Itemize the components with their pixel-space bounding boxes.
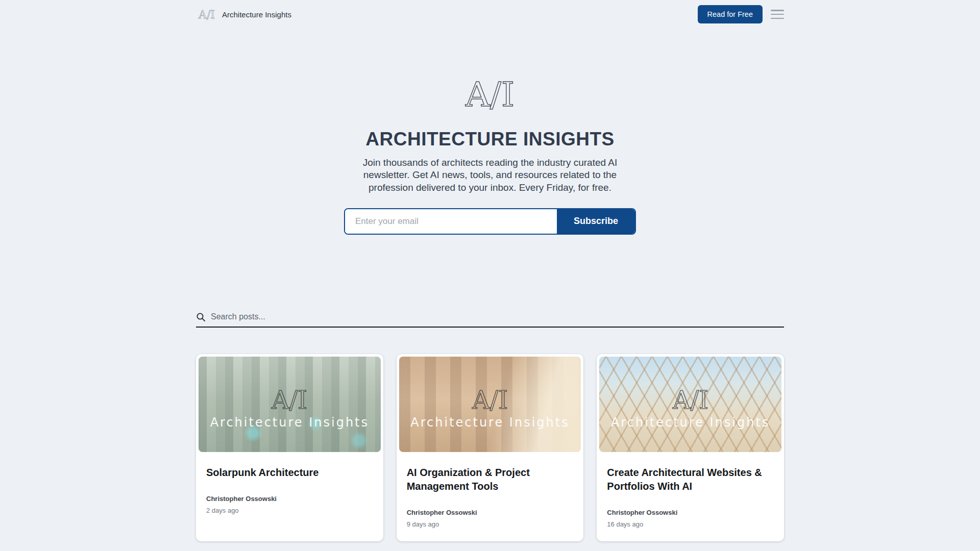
brand-logo-icon: A/I	[196, 8, 217, 21]
svg-text:A/I: A/I	[271, 386, 307, 414]
menu-icon[interactable]	[771, 10, 784, 19]
hero-subtitle: Join thousands of architects reading the…	[342, 157, 638, 194]
image-watermark: A/I Architecture Insights	[199, 357, 381, 452]
post-author: Christopher Ossowski	[607, 509, 774, 516]
post-image: A/I Architecture Insights	[399, 357, 581, 452]
watermark-text: Architecture Insights	[410, 415, 569, 430]
watermark-logo-icon: A/I	[663, 386, 719, 414]
header-actions: Read for Free	[698, 5, 784, 23]
brand-name: Architecture Insights	[222, 10, 291, 19]
post-card-body: Create Architectural Websites & Portfoli…	[597, 455, 784, 541]
subscribe-button[interactable]: Subscribe	[557, 209, 635, 234]
post-card[interactable]: A/I Architecture Insights Solarpunk Arch…	[196, 354, 383, 541]
watermark-logo-icon: A/I	[462, 386, 518, 414]
post-date: 2 days ago	[206, 507, 373, 514]
post-date: 16 days ago	[607, 520, 774, 528]
watermark-text: Architecture Insights	[611, 415, 770, 430]
image-watermark: A/I Architecture Insights	[599, 357, 781, 452]
post-image: A/I Architecture Insights	[199, 357, 381, 452]
svg-text:A/I: A/I	[472, 386, 508, 414]
posts-grid: A/I Architecture Insights Solarpunk Arch…	[196, 354, 784, 551]
subscribe-form: Subscribe	[344, 208, 636, 235]
search-bar[interactable]	[196, 312, 784, 328]
svg-text:A/I: A/I	[672, 386, 708, 414]
hero-section: A/I ARCHITECTURE INSIGHTS Join thousands…	[0, 29, 980, 235]
search-icon	[196, 312, 206, 322]
svg-text:A/I: A/I	[465, 75, 514, 114]
post-card[interactable]: A/I Architecture Insights Create Archite…	[597, 354, 784, 541]
site-header: A/I Architecture Insights Read for Free	[196, 0, 784, 29]
post-author: Christopher Ossowski	[407, 509, 574, 516]
page-title: ARCHITECTURE INSIGHTS	[0, 129, 980, 150]
post-author: Christopher Ossowski	[206, 495, 373, 503]
svg-text:A/I: A/I	[198, 8, 215, 21]
search-input[interactable]	[211, 312, 784, 321]
post-title[interactable]: AI Organization & Project Management Too…	[407, 466, 574, 493]
image-watermark: A/I Architecture Insights	[399, 357, 581, 452]
post-date: 9 days ago	[407, 520, 574, 528]
watermark-logo-icon: A/I	[261, 386, 317, 414]
post-card[interactable]: A/I Architecture Insights AI Organizatio…	[397, 354, 584, 541]
post-card-body: Solarpunk Architecture Christopher Ossow…	[196, 455, 383, 528]
post-image: A/I Architecture Insights	[599, 357, 781, 452]
email-field[interactable]	[345, 209, 557, 234]
watermark-text: Architecture Insights	[210, 415, 369, 430]
read-for-free-button[interactable]: Read for Free	[698, 5, 763, 23]
post-title[interactable]: Create Architectural Websites & Portfoli…	[607, 466, 774, 493]
brand[interactable]: A/I Architecture Insights	[196, 8, 291, 21]
post-title[interactable]: Solarpunk Architecture	[206, 466, 373, 480]
post-card-body: AI Organization & Project Management Too…	[397, 455, 584, 541]
hero-logo-icon: A/I	[457, 74, 523, 114]
